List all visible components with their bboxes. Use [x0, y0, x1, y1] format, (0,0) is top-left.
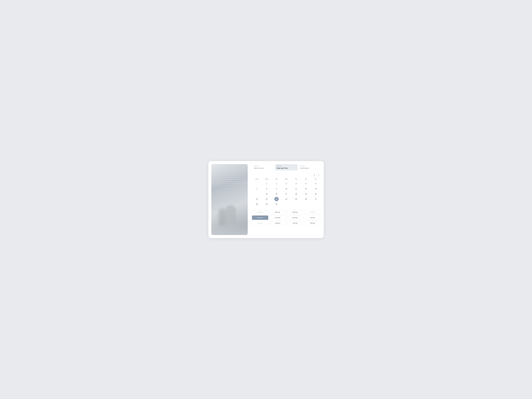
- step-label-2: Date and Time: [277, 167, 296, 169]
- calendar-title: [252, 173, 253, 177]
- cal-day-25[interactable]: 25: [294, 197, 298, 201]
- step-1[interactable]: STEP 01 Salon Service: [252, 164, 275, 171]
- cal-day-26[interactable]: 26: [304, 197, 308, 201]
- day-name-wed: WED: [281, 178, 291, 180]
- cal-day-13[interactable]: 13: [314, 187, 318, 191]
- cal-empty: [304, 202, 308, 206]
- day-name-sun: SUN: [252, 178, 262, 180]
- day-name-mon: MON: [262, 178, 272, 180]
- cal-day-15[interactable]: 15: [265, 192, 269, 196]
- time-slot-2[interactable]: 9:00 am: [269, 210, 286, 214]
- day-name-thu: THU: [291, 178, 301, 180]
- time-slot-7[interactable]: 11:30 am: [287, 215, 303, 220]
- time-slot-4: 10:00 am: [304, 210, 321, 214]
- cal-day-1[interactable]: 1: [265, 182, 269, 186]
- day-name-tue: TUE: [272, 178, 281, 180]
- cal-day-29[interactable]: 29: [265, 202, 269, 206]
- day-name-sat: SAT: [311, 178, 321, 180]
- calendar-dates: 1234567891011121315161718192021222324252…: [252, 181, 321, 207]
- time-slot-9: 1:30 pm: [252, 221, 268, 225]
- step-3[interactable]: STEP 03 Confirmation: [298, 164, 321, 171]
- booking-card: STEP 01 Salon Service STEP 02 Date and T…: [208, 161, 324, 238]
- cal-day-23[interactable]: 23: [274, 197, 279, 201]
- step-number-2: STEP 02: [277, 165, 296, 167]
- cal-day-17[interactable]: 17: [284, 192, 288, 196]
- salon-image: [211, 164, 248, 235]
- step-2[interactable]: STEP 02 Date and Time: [275, 164, 298, 171]
- cal-day-19[interactable]: 19: [304, 192, 308, 196]
- cal-day-8[interactable]: 8: [265, 187, 269, 191]
- cal-day-18[interactable]: 18: [294, 192, 298, 196]
- cal-day-20[interactable]: 20: [314, 192, 318, 196]
- time-slots: 8:30 am9:00 am9:30 am10:00 am10:30 am11:…: [252, 210, 321, 225]
- time-slot-11[interactable]: 2:30 pm: [287, 221, 303, 225]
- time-slot-5[interactable]: 10:30 am: [252, 215, 268, 220]
- cal-day-11[interactable]: 11: [294, 187, 298, 191]
- cal-empty: [255, 182, 259, 186]
- time-slot-8[interactable]: 1:00 pm: [304, 215, 321, 220]
- cal-day-12[interactable]: 12: [304, 187, 308, 191]
- cal-day-7[interactable]: 7: [255, 187, 259, 191]
- calendar-grid: SUNMONTUEWEDTHUFRISAT 123456789101112131…: [252, 178, 321, 207]
- prev-month-button[interactable]: ▲: [312, 173, 316, 177]
- cal-day-6[interactable]: 6: [314, 182, 318, 186]
- day-name-fri: FRI: [301, 178, 311, 180]
- cal-day-2[interactable]: 2: [274, 182, 279, 186]
- cal-empty: [294, 202, 298, 206]
- calendar-header: ▲ ▼: [252, 173, 321, 177]
- cal-empty: [255, 192, 259, 196]
- cal-day-9[interactable]: 9: [274, 187, 279, 191]
- nav-buttons: ▲ ▼: [312, 173, 321, 177]
- cal-day-30[interactable]: 30: [274, 202, 279, 206]
- content-panel: STEP 01 Salon Service STEP 02 Date and T…: [252, 164, 321, 235]
- step-number-3: STEP 03: [300, 165, 319, 167]
- cal-day-16[interactable]: 16: [274, 192, 279, 196]
- time-slot-10[interactable]: 2:00 pm: [269, 221, 286, 225]
- salon-image-panel: [211, 164, 248, 235]
- cal-day-28[interactable]: 28: [255, 202, 259, 206]
- step-label-1: Salon Service: [254, 167, 273, 169]
- cal-day-3[interactable]: 3: [284, 182, 288, 186]
- step-label-3: Confirmation: [300, 167, 319, 169]
- time-slot-6[interactable]: 11:00 am: [269, 215, 286, 220]
- cal-empty: [314, 202, 318, 206]
- steps-indicator: STEP 01 Salon Service STEP 02 Date and T…: [252, 164, 321, 171]
- day-names-row: SUNMONTUEWEDTHUFRISAT: [252, 178, 321, 180]
- cal-day-5[interactable]: 5: [304, 182, 308, 186]
- step-number-1: STEP 01: [254, 165, 273, 167]
- time-slot-1: 8:30 am: [252, 210, 268, 214]
- cal-empty: [284, 202, 288, 206]
- calendar-section: ▲ ▼ SUNMONTUEWEDTHUFRISAT 12345678910111…: [252, 173, 321, 207]
- time-slot-3[interactable]: 9:30 am: [287, 210, 303, 214]
- cal-day-4[interactable]: 4: [294, 182, 298, 186]
- next-month-button[interactable]: ▼: [317, 173, 321, 177]
- cal-day-27[interactable]: 27: [314, 197, 318, 201]
- time-slot-12[interactable]: 3:00 pm: [304, 221, 321, 225]
- cal-day-22[interactable]: 22: [265, 197, 269, 201]
- cal-day-10[interactable]: 10: [284, 187, 288, 191]
- cal-day-21[interactable]: 21: [255, 197, 259, 201]
- cal-day-24[interactable]: 24: [284, 197, 288, 201]
